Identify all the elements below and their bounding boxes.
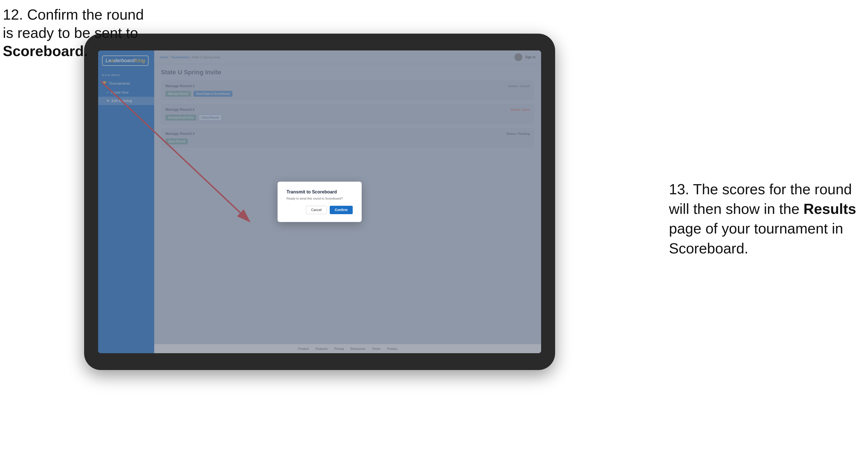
transmit-modal: Transmit to Scoreboard Ready to send thi… xyxy=(278,182,362,222)
modal-overlay: Transmit to Scoreboard Ready to send thi… xyxy=(98,51,541,353)
tablet-frame: LeaderboardKing MAIN MENU 🏆 Tournaments … xyxy=(84,34,555,370)
annotation-step-13: 13. The scores for the round will then s… xyxy=(669,179,860,258)
main-content: Home / Tournaments / State U Spring Invi… xyxy=(154,51,541,353)
modal-title: Transmit to Scoreboard xyxy=(286,189,353,194)
modal-actions: Cancel Confirm xyxy=(286,206,353,214)
cancel-button[interactable]: Cancel xyxy=(306,206,327,214)
confirm-button[interactable]: Confirm xyxy=(330,206,353,214)
tablet-screen: LeaderboardKing MAIN MENU 🏆 Tournaments … xyxy=(98,51,541,353)
modal-subtitle: Ready to send this round to Scoreboard? xyxy=(286,197,353,200)
